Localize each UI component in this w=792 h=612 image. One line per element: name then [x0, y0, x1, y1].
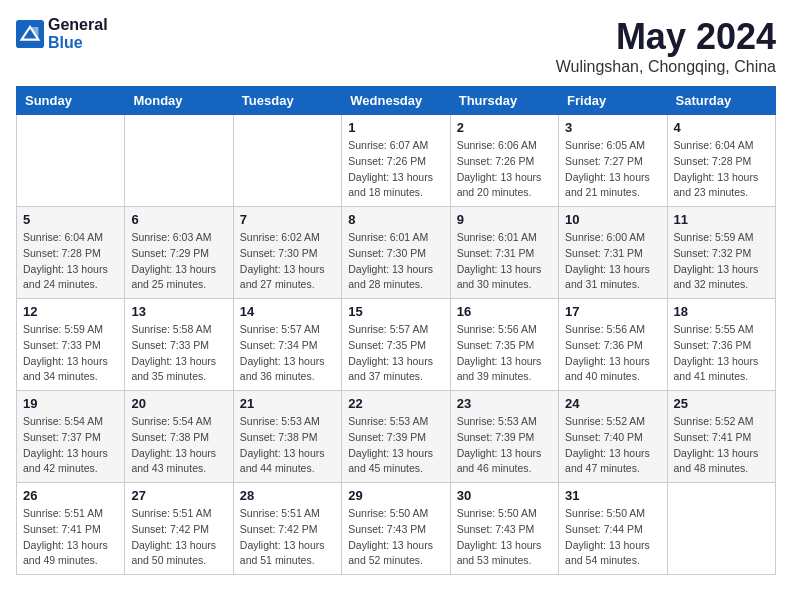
day-info: Sunrise: 5:51 AM Sunset: 7:41 PM Dayligh… — [23, 506, 118, 569]
day-number: 19 — [23, 396, 118, 411]
calendar-cell: 17Sunrise: 5:56 AM Sunset: 7:36 PM Dayli… — [559, 299, 667, 391]
day-info: Sunrise: 5:50 AM Sunset: 7:43 PM Dayligh… — [457, 506, 552, 569]
day-number: 25 — [674, 396, 769, 411]
day-info: Sunrise: 5:57 AM Sunset: 7:35 PM Dayligh… — [348, 322, 443, 385]
day-number: 23 — [457, 396, 552, 411]
day-number: 14 — [240, 304, 335, 319]
calendar-table: SundayMondayTuesdayWednesdayThursdayFrid… — [16, 86, 776, 575]
day-info: Sunrise: 5:58 AM Sunset: 7:33 PM Dayligh… — [131, 322, 226, 385]
week-row-5: 26Sunrise: 5:51 AM Sunset: 7:41 PM Dayli… — [17, 483, 776, 575]
calendar-cell: 22Sunrise: 5:53 AM Sunset: 7:39 PM Dayli… — [342, 391, 450, 483]
day-number: 2 — [457, 120, 552, 135]
calendar-cell: 28Sunrise: 5:51 AM Sunset: 7:42 PM Dayli… — [233, 483, 341, 575]
day-info: Sunrise: 5:52 AM Sunset: 7:41 PM Dayligh… — [674, 414, 769, 477]
svg-rect-0 — [16, 20, 44, 48]
day-number: 3 — [565, 120, 660, 135]
day-number: 13 — [131, 304, 226, 319]
calendar-cell: 20Sunrise: 5:54 AM Sunset: 7:38 PM Dayli… — [125, 391, 233, 483]
week-row-1: 1Sunrise: 6:07 AM Sunset: 7:26 PM Daylig… — [17, 115, 776, 207]
day-info: Sunrise: 5:59 AM Sunset: 7:32 PM Dayligh… — [674, 230, 769, 293]
calendar-cell: 7Sunrise: 6:02 AM Sunset: 7:30 PM Daylig… — [233, 207, 341, 299]
header-wednesday: Wednesday — [342, 87, 450, 115]
header-tuesday: Tuesday — [233, 87, 341, 115]
calendar-cell: 1Sunrise: 6:07 AM Sunset: 7:26 PM Daylig… — [342, 115, 450, 207]
day-info: Sunrise: 6:04 AM Sunset: 7:28 PM Dayligh… — [674, 138, 769, 201]
calendar-cell: 2Sunrise: 6:06 AM Sunset: 7:26 PM Daylig… — [450, 115, 558, 207]
header-sunday: Sunday — [17, 87, 125, 115]
calendar-cell: 3Sunrise: 6:05 AM Sunset: 7:27 PM Daylig… — [559, 115, 667, 207]
header-thursday: Thursday — [450, 87, 558, 115]
logo-general: General — [48, 16, 108, 34]
calendar-cell: 10Sunrise: 6:00 AM Sunset: 7:31 PM Dayli… — [559, 207, 667, 299]
day-info: Sunrise: 5:52 AM Sunset: 7:40 PM Dayligh… — [565, 414, 660, 477]
calendar-cell: 8Sunrise: 6:01 AM Sunset: 7:30 PM Daylig… — [342, 207, 450, 299]
day-number: 28 — [240, 488, 335, 503]
day-number: 5 — [23, 212, 118, 227]
day-number: 10 — [565, 212, 660, 227]
day-number: 4 — [674, 120, 769, 135]
day-number: 15 — [348, 304, 443, 319]
day-number: 21 — [240, 396, 335, 411]
month-title: May 2024 — [556, 16, 776, 58]
day-number: 6 — [131, 212, 226, 227]
logo-icon — [16, 20, 44, 48]
day-number: 11 — [674, 212, 769, 227]
day-info: Sunrise: 5:53 AM Sunset: 7:39 PM Dayligh… — [457, 414, 552, 477]
day-info: Sunrise: 6:03 AM Sunset: 7:29 PM Dayligh… — [131, 230, 226, 293]
header-saturday: Saturday — [667, 87, 775, 115]
calendar-cell: 19Sunrise: 5:54 AM Sunset: 7:37 PM Dayli… — [17, 391, 125, 483]
calendar-cell: 29Sunrise: 5:50 AM Sunset: 7:43 PM Dayli… — [342, 483, 450, 575]
calendar-cell: 30Sunrise: 5:50 AM Sunset: 7:43 PM Dayli… — [450, 483, 558, 575]
day-number: 17 — [565, 304, 660, 319]
day-number: 27 — [131, 488, 226, 503]
calendar-cell: 12Sunrise: 5:59 AM Sunset: 7:33 PM Dayli… — [17, 299, 125, 391]
calendar-cell: 27Sunrise: 5:51 AM Sunset: 7:42 PM Dayli… — [125, 483, 233, 575]
calendar-cell: 26Sunrise: 5:51 AM Sunset: 7:41 PM Dayli… — [17, 483, 125, 575]
week-row-4: 19Sunrise: 5:54 AM Sunset: 7:37 PM Dayli… — [17, 391, 776, 483]
day-info: Sunrise: 5:54 AM Sunset: 7:38 PM Dayligh… — [131, 414, 226, 477]
day-info: Sunrise: 6:06 AM Sunset: 7:26 PM Dayligh… — [457, 138, 552, 201]
location-title: Wulingshan, Chongqing, China — [556, 58, 776, 76]
day-info: Sunrise: 5:53 AM Sunset: 7:38 PM Dayligh… — [240, 414, 335, 477]
day-info: Sunrise: 6:01 AM Sunset: 7:31 PM Dayligh… — [457, 230, 552, 293]
day-info: Sunrise: 5:54 AM Sunset: 7:37 PM Dayligh… — [23, 414, 118, 477]
logo-blue: Blue — [48, 34, 108, 52]
day-info: Sunrise: 5:50 AM Sunset: 7:44 PM Dayligh… — [565, 506, 660, 569]
day-number: 29 — [348, 488, 443, 503]
day-number: 31 — [565, 488, 660, 503]
day-info: Sunrise: 6:00 AM Sunset: 7:31 PM Dayligh… — [565, 230, 660, 293]
calendar-cell: 21Sunrise: 5:53 AM Sunset: 7:38 PM Dayli… — [233, 391, 341, 483]
day-info: Sunrise: 5:53 AM Sunset: 7:39 PM Dayligh… — [348, 414, 443, 477]
calendar-cell — [17, 115, 125, 207]
calendar-cell — [667, 483, 775, 575]
calendar-cell: 9Sunrise: 6:01 AM Sunset: 7:31 PM Daylig… — [450, 207, 558, 299]
day-number: 8 — [348, 212, 443, 227]
day-number: 30 — [457, 488, 552, 503]
day-info: Sunrise: 5:57 AM Sunset: 7:34 PM Dayligh… — [240, 322, 335, 385]
calendar-cell: 6Sunrise: 6:03 AM Sunset: 7:29 PM Daylig… — [125, 207, 233, 299]
day-info: Sunrise: 5:51 AM Sunset: 7:42 PM Dayligh… — [131, 506, 226, 569]
day-info: Sunrise: 6:07 AM Sunset: 7:26 PM Dayligh… — [348, 138, 443, 201]
day-info: Sunrise: 5:55 AM Sunset: 7:36 PM Dayligh… — [674, 322, 769, 385]
header-monday: Monday — [125, 87, 233, 115]
day-number: 24 — [565, 396, 660, 411]
calendar-cell: 15Sunrise: 5:57 AM Sunset: 7:35 PM Dayli… — [342, 299, 450, 391]
calendar-cell: 23Sunrise: 5:53 AM Sunset: 7:39 PM Dayli… — [450, 391, 558, 483]
week-row-3: 12Sunrise: 5:59 AM Sunset: 7:33 PM Dayli… — [17, 299, 776, 391]
day-info: Sunrise: 5:56 AM Sunset: 7:35 PM Dayligh… — [457, 322, 552, 385]
day-info: Sunrise: 5:51 AM Sunset: 7:42 PM Dayligh… — [240, 506, 335, 569]
day-info: Sunrise: 6:01 AM Sunset: 7:30 PM Dayligh… — [348, 230, 443, 293]
calendar-cell: 31Sunrise: 5:50 AM Sunset: 7:44 PM Dayli… — [559, 483, 667, 575]
calendar-cell: 24Sunrise: 5:52 AM Sunset: 7:40 PM Dayli… — [559, 391, 667, 483]
logo: General Blue — [16, 16, 108, 51]
calendar-cell: 25Sunrise: 5:52 AM Sunset: 7:41 PM Dayli… — [667, 391, 775, 483]
day-info: Sunrise: 6:04 AM Sunset: 7:28 PM Dayligh… — [23, 230, 118, 293]
calendar-cell: 5Sunrise: 6:04 AM Sunset: 7:28 PM Daylig… — [17, 207, 125, 299]
day-number: 7 — [240, 212, 335, 227]
calendar-cell — [125, 115, 233, 207]
day-number: 12 — [23, 304, 118, 319]
day-info: Sunrise: 6:05 AM Sunset: 7:27 PM Dayligh… — [565, 138, 660, 201]
day-number: 1 — [348, 120, 443, 135]
day-info: Sunrise: 6:02 AM Sunset: 7:30 PM Dayligh… — [240, 230, 335, 293]
header-row: SundayMondayTuesdayWednesdayThursdayFrid… — [17, 87, 776, 115]
